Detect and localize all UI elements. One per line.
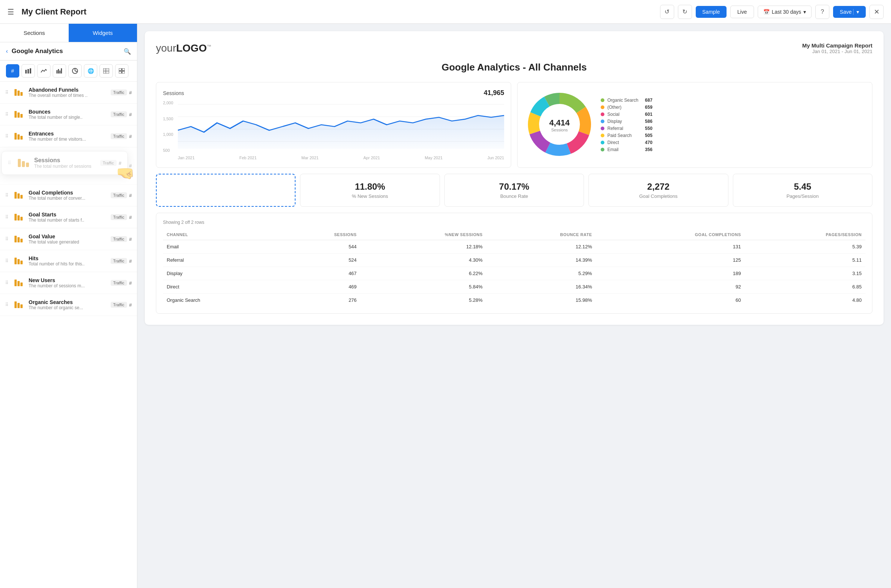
- sessions-chart: Sessions 41,965 2,000 1,500 1,000 500: [156, 82, 511, 168]
- drag-handle[interactable]: ⠿: [5, 280, 9, 285]
- drag-tooltip-icon: [16, 156, 30, 170]
- metric-new-sessions: 11.80% % New Sessions: [300, 174, 440, 207]
- legend-dot: [601, 127, 604, 130]
- widget-info: Bounces The total number of single..: [28, 109, 107, 120]
- donut-chart: 4,414 Sessions Organic Search 687 (Other: [517, 82, 872, 168]
- legend-dot: [601, 148, 604, 152]
- table-cell: Email: [163, 240, 277, 254]
- widget-bar-icon: [12, 298, 25, 311]
- save-dropdown-arrow[interactable]: ▾: [853, 9, 859, 15]
- legend-item: (Other) 659: [601, 105, 652, 110]
- widget-bar-icon: [12, 211, 25, 224]
- date-range-button[interactable]: 📅 Last 30 days ▾: [758, 6, 812, 18]
- table-cell: 189: [596, 267, 745, 280]
- svg-rect-5: [59, 70, 60, 74]
- table-cell: 16.34%: [486, 280, 596, 294]
- report-card: yourLOGO™ My Multi Campaign Report Jan 0…: [145, 31, 884, 325]
- donut-center: 4,414 Sessions: [549, 118, 570, 132]
- drag-handle[interactable]: ⠿: [5, 90, 9, 95]
- list-item[interactable]: ⠿ Bounces The total number of single.. T…: [0, 104, 137, 126]
- metric-goal-completions: 2,272 Goal Completions: [588, 174, 728, 207]
- col-sessions: SESSIONS: [277, 230, 360, 240]
- chevron-down-icon: ▾: [803, 9, 806, 15]
- search-icon[interactable]: 🔍: [124, 48, 131, 55]
- help-button[interactable]: ?: [815, 5, 830, 19]
- list-item[interactable]: ⠿ Goal Completions The total number of c…: [0, 184, 137, 206]
- table-cell: 60: [596, 294, 745, 307]
- wt-table-button[interactable]: [99, 64, 113, 78]
- metric-bounce-rate: 70.17% Bounce Rate: [444, 174, 584, 207]
- widget-info: Goal Starts The total number of starts f…: [28, 212, 107, 223]
- table-cell: 276: [277, 294, 360, 307]
- svg-rect-10: [103, 68, 109, 74]
- drag-handle[interactable]: ⠿: [5, 258, 9, 264]
- wt-pie-button[interactable]: [68, 64, 82, 78]
- sample-button[interactable]: Sample: [696, 6, 726, 18]
- list-item[interactable]: ⠿ Hits Total number of hits for this.. T…: [0, 250, 137, 272]
- wt-grid-button[interactable]: [115, 64, 129, 78]
- widget-bar-icon: [12, 86, 25, 99]
- live-button[interactable]: Live: [730, 6, 754, 18]
- table-cell: Referral: [163, 254, 277, 267]
- data-table: Showing 2 off 2 rows CHANNEL SESSIONS %N…: [156, 213, 872, 314]
- wt-hash-button[interactable]: #: [6, 64, 19, 78]
- table-row: Direct4695.84%16.34%926.85: [163, 280, 866, 294]
- wt-column-button[interactable]: [53, 64, 66, 78]
- legend-dot: [601, 105, 604, 109]
- list-item[interactable]: ⠿ Goal Starts The total number of starts…: [0, 206, 137, 228]
- main-layout: Sections Widgets ‹ Google Analytics 🔍 # …: [0, 24, 891, 588]
- metrics-row: 11.80% % New Sessions 70.17% Bounce Rate…: [156, 174, 872, 207]
- drag-handle[interactable]: ⠿: [5, 134, 9, 139]
- back-button[interactable]: ‹: [6, 48, 8, 55]
- table-cell: 6.22%: [360, 267, 486, 280]
- list-item-sessions[interactable]: ⠿ Sessions The total number of sessions …: [0, 147, 137, 184]
- widget-tags: Traffic #: [111, 192, 132, 198]
- save-button[interactable]: Save ▾: [833, 6, 866, 18]
- widget-bar-icon: [12, 130, 25, 142]
- svg-rect-15: [122, 68, 125, 70]
- redo-button[interactable]: ↻: [678, 5, 692, 19]
- list-item[interactable]: ⠿ Abandoned Funnels The overall number o…: [0, 82, 137, 104]
- svg-rect-14: [119, 68, 122, 70]
- col-pages-session: PAGES/SESSION: [745, 230, 866, 240]
- wt-line-button[interactable]: [37, 64, 51, 78]
- drag-handle[interactable]: ⠿: [5, 237, 9, 242]
- widget-tags: Traffic #: [111, 111, 132, 117]
- menu-icon[interactable]: ☰: [8, 8, 14, 16]
- undo-button[interactable]: ↺: [660, 5, 674, 19]
- drag-handle[interactable]: ⠿: [5, 193, 9, 198]
- widget-tags: Traffic #: [111, 280, 132, 286]
- table-cell: 469: [277, 280, 360, 294]
- list-item[interactable]: ⠿ Goal Value The total value generated T…: [0, 228, 137, 250]
- wt-bar-button[interactable]: [21, 64, 35, 78]
- widget-info: Goal Value The total value generated: [28, 234, 107, 244]
- table-row: Email54412.18%12.12%1315.39: [163, 240, 866, 254]
- widget-info: Hits Total number of hits for this..: [28, 255, 107, 267]
- table-cell: 467: [277, 267, 360, 280]
- drag-handle[interactable]: ⠿: [5, 214, 9, 220]
- widget-tags: Traffic #: [111, 258, 132, 264]
- table-cell: 5.29%: [486, 267, 596, 280]
- legend-item: Organic Search 687: [601, 98, 652, 103]
- widget-tags: Traffic #: [111, 214, 132, 220]
- drag-handle[interactable]: ⠿: [5, 112, 9, 117]
- report-title: Google Analytics - All Channels: [156, 62, 872, 73]
- svg-rect-6: [61, 68, 62, 74]
- tab-sections[interactable]: Sections: [0, 24, 69, 42]
- chart-header: Sessions 41,965: [163, 89, 504, 97]
- svg-rect-3: [56, 70, 57, 74]
- list-item[interactable]: ⠿ Entrances The number of time visitors.…: [0, 126, 137, 147]
- line-chart-area: 2,000 1,500 1,000 500: [163, 100, 504, 160]
- col-goal-completions: GOAL COMPLETIONS: [596, 230, 745, 240]
- tab-widgets[interactable]: Widgets: [69, 24, 137, 42]
- wt-globe-button[interactable]: 🌐: [84, 64, 97, 78]
- table-cell: 4.30%: [360, 254, 486, 267]
- cursor-hand-icon: 🤜: [116, 165, 135, 182]
- widget-list: ⠿ Abandoned Funnels The overall number o…: [0, 82, 137, 588]
- sidebar: Sections Widgets ‹ Google Analytics 🔍 # …: [0, 24, 137, 588]
- list-item[interactable]: ⠿ New Users The number of sessions m... …: [0, 272, 137, 294]
- close-button[interactable]: ✕: [870, 5, 884, 19]
- drag-handle[interactable]: ⠿: [5, 302, 9, 308]
- svg-rect-17: [122, 71, 125, 74]
- list-item[interactable]: ⠿ Organic Searches The number of organic…: [0, 294, 137, 316]
